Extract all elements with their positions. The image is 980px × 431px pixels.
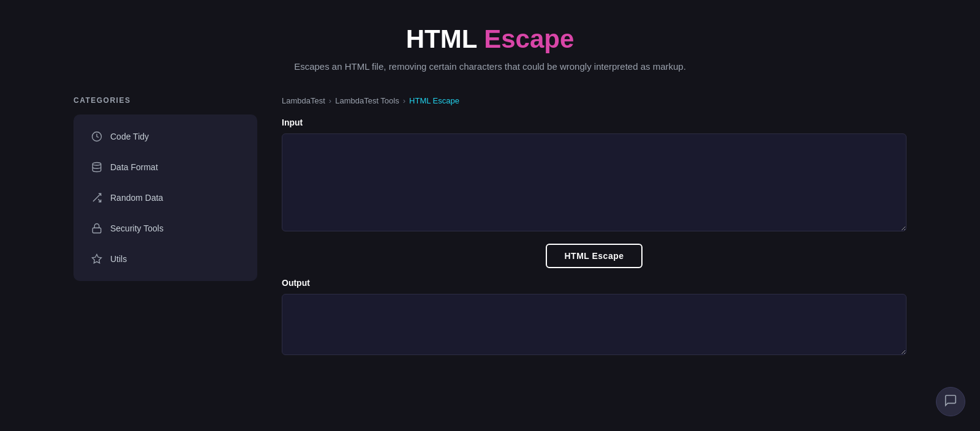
- main-content: CATEGORIES Code Tidy: [0, 84, 980, 370]
- sidebar-item-data-format[interactable]: Data Format: [78, 152, 252, 182]
- svg-rect-3: [92, 228, 101, 233]
- chat-icon: [944, 394, 957, 410]
- categories-label: CATEGORIES: [74, 96, 257, 105]
- chat-button[interactable]: [936, 387, 965, 416]
- page-title: HTML Escape: [12, 24, 968, 54]
- page-wrapper: HTML Escape Escapes an HTML file, removi…: [0, 0, 980, 370]
- breadcrumb-sep-2: ›: [403, 96, 405, 105]
- breadcrumb: LambdaTest › LambdaTest Tools › HTML Esc…: [282, 96, 907, 105]
- svg-marker-4: [92, 255, 102, 263]
- random-icon: [91, 192, 103, 204]
- security-icon: [91, 222, 103, 234]
- sidebar-item-random-data[interactable]: Random Data: [78, 183, 252, 212]
- title-escape-part: Escape: [484, 24, 574, 53]
- sidebar-item-label: Code Tidy: [110, 132, 149, 141]
- breadcrumb-sep-1: ›: [329, 96, 331, 105]
- breadcrumb-lambdatest[interactable]: LambdaTest: [282, 96, 325, 105]
- utils-icon: [91, 253, 103, 265]
- sidebar-item-label: Security Tools: [110, 223, 164, 233]
- sidebar-item-label: Utils: [110, 254, 127, 264]
- sidebar: CATEGORIES Code Tidy: [74, 96, 257, 358]
- sidebar-item-label: Random Data: [110, 193, 163, 203]
- breadcrumb-current: HTML Escape: [409, 96, 459, 105]
- input-textarea[interactable]: [282, 133, 907, 231]
- output-label: Output: [282, 278, 907, 288]
- clock-icon: [91, 130, 103, 143]
- action-row: HTML Escape: [282, 234, 907, 278]
- page-header: HTML Escape Escapes an HTML file, removi…: [0, 0, 980, 84]
- content-area: LambdaTest › LambdaTest Tools › HTML Esc…: [282, 96, 907, 358]
- page-subtitle: Escapes an HTML file, removing certain c…: [12, 61, 968, 72]
- input-label: Input: [282, 118, 907, 127]
- html-escape-button[interactable]: HTML Escape: [546, 244, 642, 268]
- title-html-part: HTML: [406, 24, 477, 53]
- data-icon: [91, 161, 103, 173]
- sidebar-item-label: Data Format: [110, 162, 158, 172]
- sidebar-item-utils[interactable]: Utils: [78, 244, 252, 274]
- breadcrumb-lambdatest-tools[interactable]: LambdaTest Tools: [335, 96, 399, 105]
- sidebar-menu: Code Tidy Data Format: [74, 114, 257, 281]
- sidebar-item-code-tidy[interactable]: Code Tidy: [78, 122, 252, 151]
- sidebar-item-security-tools[interactable]: Security Tools: [78, 214, 252, 243]
- output-textarea[interactable]: [282, 294, 907, 355]
